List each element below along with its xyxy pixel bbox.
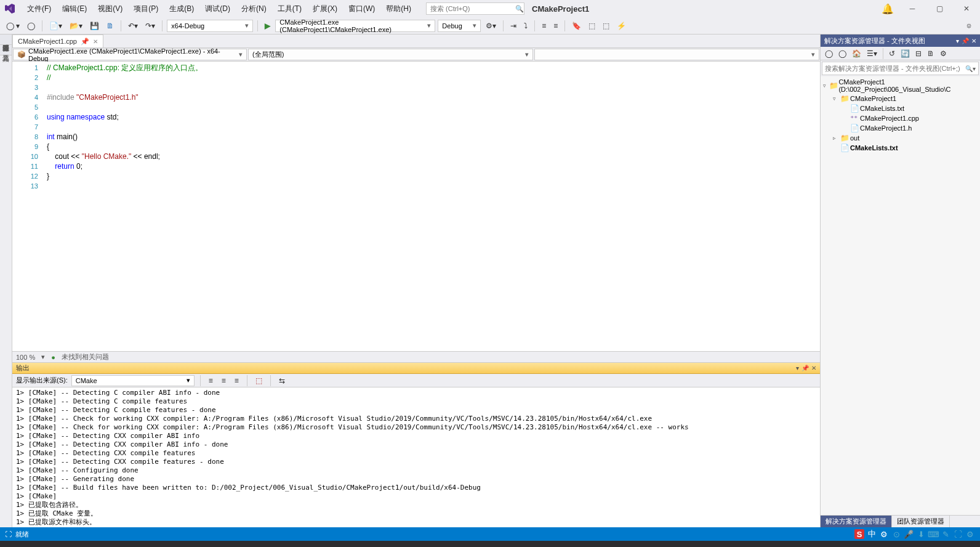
indent-right-button[interactable]: ≡ (551, 20, 560, 31)
tree-file-h[interactable]: 📄 CMakeProject1.h (821, 123, 980, 133)
tray-icon[interactable]: 🎤 (904, 529, 914, 539)
close-button[interactable]: ✕ (958, 2, 975, 15)
pin-icon[interactable]: 📌 (801, 365, 809, 371)
switch-view-button[interactable]: ☰▾ (865, 48, 879, 59)
pin-icon[interactable]: 📌 (962, 38, 969, 44)
menu-item[interactable]: 帮助(H) (381, 1, 416, 17)
dropdown-icon[interactable]: ▾ (956, 38, 959, 44)
menu-item[interactable]: 文件(F) (22, 1, 56, 17)
comment-button[interactable]: ⬚ (586, 20, 598, 31)
menu-item[interactable]: 编辑(E) (57, 1, 92, 17)
close-icon[interactable]: ✕ (971, 38, 976, 44)
minimize-button[interactable]: ─ (904, 2, 921, 15)
tree-root[interactable]: ▿ 📁 CMakeProject1 (D:\002_Project\006_Vi… (821, 78, 980, 94)
target-combo[interactable]: CMakeProject1.exe (CMakeProject1\CMakePr… (275, 20, 435, 32)
doctab-cmakeproject1-cpp[interactable]: CMakeProject1.cpp 📌 ✕ (12, 34, 103, 47)
code-content[interactable]: // CMakeProject1.cpp: 定义应用程序的入口点。// #inc… (43, 62, 820, 351)
quick-search[interactable]: 🔍 (426, 2, 524, 15)
output-content[interactable]: 1> [CMake] -- Detecting C compiler ABI i… (12, 387, 820, 527)
refresh-button[interactable]: 🔄 (899, 48, 912, 59)
tab-solution-explorer[interactable]: 解决方案资源管理器 (821, 516, 892, 527)
nav-scope-combo[interactable]: 📦 CMakeProject1.exe (CMakeProject1\CMake… (13, 49, 247, 60)
uncomment-button[interactable]: ⬚ (600, 20, 612, 31)
output-prev-button[interactable]: ≡ (206, 375, 215, 386)
close-icon[interactable]: ✕ (811, 365, 816, 371)
dropdown-icon[interactable]: ▾ (796, 365, 799, 371)
tray-icon[interactable]: 中 (867, 529, 877, 539)
mode-combo[interactable]: Debug▾ (438, 20, 481, 32)
menu-item[interactable]: 项目(P) (129, 1, 163, 17)
server-explorer-tab[interactable]: 服务器资源管理器 (0, 34, 12, 45)
undo-button[interactable]: ↶▾ (126, 20, 140, 31)
solution-tree[interactable]: ▿ 📁 CMakeProject1 (D:\002_Project\006_Vi… (821, 76, 980, 515)
solution-search[interactable]: 🔍▾ (822, 62, 979, 75)
tray-icon[interactable]: ✎ (941, 529, 950, 539)
menu-item[interactable]: 工具(T) (273, 1, 307, 17)
code-editor[interactable]: 12345678910111213 // CMakeProject1.cpp: … (12, 62, 820, 351)
tray-icon[interactable]: ⊙ (891, 529, 901, 539)
toolbox-tab[interactable]: 工具箱 (0, 45, 12, 55)
tree-file-root-cmakelists[interactable]: 📄 CMakeLists.txt (821, 143, 980, 153)
search-input[interactable] (430, 5, 515, 12)
menu-item[interactable]: 调试(D) (200, 1, 235, 17)
tray-icon[interactable]: S (854, 529, 864, 539)
maximize-button[interactable]: ▢ (931, 2, 948, 15)
output-wrap-button[interactable]: ⬚ (253, 375, 265, 386)
nav-member-combo[interactable]: (全局范围)▾ (248, 49, 533, 60)
expand-icon[interactable]: ▹ (833, 135, 840, 141)
expand-icon[interactable]: ▿ (823, 83, 829, 89)
output-toggle-button[interactable]: ⇆ (276, 375, 287, 386)
toggle-button[interactable]: ⚡ (614, 20, 629, 31)
back-button[interactable]: ◯ (823, 48, 835, 59)
properties-button[interactable]: ⚙ (938, 48, 949, 59)
tray-icon[interactable]: ⚙ (879, 529, 889, 539)
collapse-button[interactable]: ⊟ (914, 48, 923, 59)
save-all-button[interactable]: 🗎 (104, 20, 116, 31)
output-next-button[interactable]: ≡ (219, 375, 228, 386)
menu-item[interactable]: 窗口(W) (343, 1, 380, 17)
output-clear-button[interactable]: ≡ (232, 375, 241, 386)
home-button[interactable]: 🏠 (850, 48, 863, 59)
pin-icon[interactable]: 📌 (81, 38, 89, 46)
output-source-combo[interactable]: CMake▾ (71, 375, 195, 386)
redo-button[interactable]: ↷▾ (143, 20, 158, 31)
live-share-button[interactable]: ⛭ (962, 21, 976, 31)
tree-folder-out[interactable]: ▹ 📁 out (821, 133, 980, 143)
menu-item[interactable]: 分析(N) (236, 1, 271, 17)
close-icon[interactable]: ✕ (93, 38, 98, 45)
new-item-button[interactable]: 📄▾ (47, 20, 65, 31)
menu-item[interactable]: 生成(B) (164, 1, 199, 17)
save-button[interactable]: 💾 (87, 20, 102, 31)
tree-folder-cmakeproject1[interactable]: ▿ 📁 CMakeProject1 (821, 94, 980, 103)
tree-file-cpp[interactable]: ⁺⁺ CMakeProject1.cpp (821, 113, 980, 123)
tray-icon[interactable]: ⬇ (916, 529, 926, 539)
nav-right-combo[interactable]: ▾ (534, 49, 819, 60)
step-over-button[interactable]: ⤵ (521, 20, 530, 31)
tray-icon[interactable]: ⚙ (965, 529, 975, 539)
show-all-button[interactable]: 🗎 (925, 48, 936, 59)
tray-icon[interactable]: ⛶ (953, 529, 963, 539)
tree-file-cmakelists[interactable]: 📄 CMakeLists.txt (821, 103, 980, 113)
solution-search-input[interactable] (825, 65, 965, 72)
editor-footer: 100 % ▾ ● 未找到相关问题 (12, 351, 820, 362)
fwd-button[interactable]: ◯ (837, 48, 848, 59)
nav-fwd-button[interactable]: ◯ (25, 20, 38, 31)
nav-back-button[interactable]: ◯ ▾ (4, 20, 22, 31)
step-into-button[interactable]: ⇥ (508, 20, 519, 31)
tray-icon[interactable]: ⌨ (928, 529, 938, 539)
zoom-level[interactable]: 100 % (16, 354, 35, 361)
open-button[interactable]: 📂▾ (67, 20, 85, 31)
debug-btn-1[interactable]: ⚙▾ (483, 20, 499, 31)
issues-indicator[interactable]: ● (51, 354, 55, 361)
doctab-label: CMakeProject1.cpp (18, 38, 77, 45)
menu-item[interactable]: 视图(V) (93, 1, 127, 17)
start-debug-button[interactable]: ▶ (262, 20, 273, 31)
tab-team-explorer[interactable]: 团队资源管理器 (892, 516, 950, 527)
bookmark-button[interactable]: 🔖 (569, 20, 584, 31)
config-combo[interactable]: x64-Debug▾ (167, 20, 253, 32)
sync-button[interactable]: ↺ (887, 48, 897, 59)
menu-item[interactable]: 扩展(X) (308, 1, 342, 17)
expand-icon[interactable]: ▿ (833, 95, 840, 102)
notification-icon[interactable]: 🔔 (882, 3, 894, 15)
indent-left-button[interactable]: ≡ (539, 20, 548, 31)
